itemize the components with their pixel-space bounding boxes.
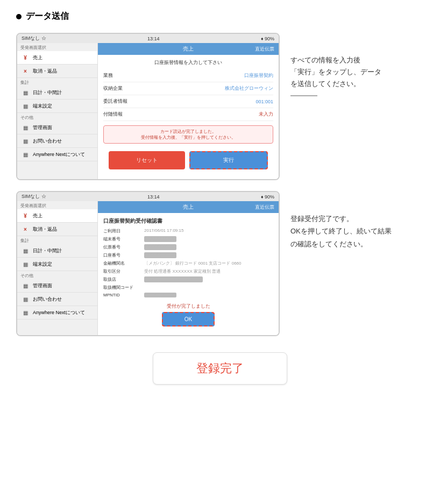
inquiry-icon-2: ▦ bbox=[20, 295, 30, 303]
statusbar2-left: SIMなし ☆ bbox=[22, 193, 46, 200]
cal-icon-2: ▦ bbox=[20, 247, 30, 254]
about-icon: ▦ bbox=[20, 151, 30, 158]
receipt-label-1: 端末番号 bbox=[103, 236, 141, 242]
main-header-1: 売上 直近伝票 bbox=[98, 43, 279, 55]
receipt-label-3: 口座番号 bbox=[103, 252, 141, 258]
receipt-row-7: 取扱機関コード bbox=[103, 283, 273, 292]
statusbar2-center: 13:14 bbox=[147, 194, 160, 200]
form-row-1: 収納企業 株式会社グローウィン bbox=[103, 82, 273, 95]
title-bullet bbox=[16, 14, 22, 19]
sidebar2-item-daily[interactable]: ▦ 日計・中間計 bbox=[17, 244, 97, 258]
sidebar2-label-daily: 日計・中間計 bbox=[33, 247, 62, 254]
sidebar2-label-terminal: 端末設定 bbox=[33, 261, 52, 268]
cal-icon: ▦ bbox=[20, 89, 30, 96]
sidebar-section-other: その他 bbox=[17, 113, 97, 121]
sidebar-item-inquiry[interactable]: ▦ お問い合わせ bbox=[17, 134, 97, 148]
sidebar2-label-inquiry: お問い合わせ bbox=[33, 296, 62, 303]
sidebar-item-returns[interactable]: × 取消・返品 bbox=[17, 65, 97, 78]
receipt-label-7: 取扱機関コード bbox=[103, 285, 141, 290]
sidebar2-item-sales[interactable]: ¥ 売上 bbox=[17, 209, 97, 223]
sidebar2-label-returns: 取消・返品 bbox=[33, 226, 57, 233]
sidebar2-section-calc: 集計 bbox=[17, 236, 97, 244]
notice-box-1: カード読込が完了しました。 受付情報を入力後、「実行」を押してください。 bbox=[103, 125, 273, 144]
sidebar-item-sales[interactable]: ¥ 売上 bbox=[17, 51, 97, 65]
ipad-frame-2: SIMなし ☆ 13:14 ♦ 90% 受発画面選択 ¥ 売上 × 取消・返品 … bbox=[16, 191, 280, 336]
main-header-action-2[interactable]: 直近伝票 bbox=[255, 204, 274, 211]
receipt-value-0: 2017/06/01 17:09:15 bbox=[144, 228, 183, 234]
notice-line2: 受付情報を入力後、「実行」を押してください。 bbox=[108, 134, 268, 140]
receipt-row-6: 取扱店 XXXXXXXX XXX-XXXX-XXXX bbox=[103, 275, 273, 283]
about-icon-2: ▦ bbox=[20, 309, 30, 316]
form-label-2: 委託者情報 bbox=[103, 98, 127, 105]
sidebar2-item-inquiry[interactable]: ▦ お問い合わせ bbox=[17, 293, 97, 306]
receipt-row-5: 取引区分 受付 処理通番 XXXXXXX 家定種別 普通 bbox=[103, 267, 273, 275]
sidebar2-section-other: その他 bbox=[17, 271, 97, 279]
sidebar2-label-about: Anywhere Nextについて bbox=[33, 309, 85, 316]
sidebar-label-returns: 取消・返品 bbox=[33, 68, 57, 75]
page-title: データ送信 bbox=[26, 11, 69, 22]
term-icon: ▦ bbox=[20, 102, 30, 110]
sidebar2-item-about[interactable]: ▦ Anywhere Nextについて bbox=[17, 306, 97, 320]
execute-button[interactable]: 実行 bbox=[189, 151, 268, 169]
callout-text-1: すべての情報を入力後「実行」をタップし、データを送信してください。 bbox=[290, 54, 424, 90]
receipt-label-2: 伝票番号 bbox=[103, 244, 141, 250]
statusbar-2: SIMなし ☆ 13:14 ♦ 90% bbox=[17, 192, 279, 201]
statusbar2-right: ♦ 90% bbox=[261, 194, 274, 200]
receipt-label-5: 取引区分 bbox=[103, 268, 141, 274]
receipt-row-4: 金融機関名 〔メガバンク〕 銀行コード 0001 支店コード 0660 bbox=[103, 259, 273, 267]
x-icon: × bbox=[20, 67, 30, 75]
sidebar-section-sales: 受発画面選択 bbox=[17, 43, 97, 51]
receipt-label-0: ご利用日 bbox=[103, 228, 141, 234]
form-label-1: 収納企業 bbox=[103, 85, 123, 92]
sidebar-label-daily: 日計・中間計 bbox=[33, 89, 62, 96]
reg-complete-button[interactable]: 登録完了 bbox=[153, 352, 287, 385]
form-prompt-1: 口座振替情報を入力して下さい bbox=[103, 59, 273, 66]
first-screen-row: SIMなし ☆ 13:14 ♦ 90% 受発画面選択 ¥ 売上 × 取消・返品 … bbox=[16, 33, 424, 180]
mgmt-icon-2: ▦ bbox=[20, 282, 30, 289]
sidebar-item-about[interactable]: ▦ Anywhere Nextについて bbox=[17, 148, 97, 161]
form-value-1: 株式会社グローウィン bbox=[225, 85, 273, 92]
sidebar2-item-manage[interactable]: ▦ 管理画面 bbox=[17, 279, 97, 293]
sidebar-label-about: Anywhere Nextについて bbox=[33, 151, 85, 158]
receipt-row-8: MPNTID XXXXXXXXXX bbox=[103, 292, 273, 299]
x-icon-2: × bbox=[20, 225, 30, 233]
sidebar-item-terminal[interactable]: ▦ 端末設定 bbox=[17, 100, 97, 113]
ipad-layout-2: 受発画面選択 ¥ 売上 × 取消・返品 集計 ▦ 日計・中間計 ▦ 端末設定 bbox=[17, 201, 279, 335]
form-row-0: 業務 口座振替契約 bbox=[103, 69, 273, 82]
receipt-label-4: 金融機関名 bbox=[103, 260, 141, 266]
form-row-3: 付随情報 未入力 bbox=[103, 108, 273, 121]
sidebar: 受発画面選択 ¥ 売上 × 取消・返品 集計 ▦ 日計・中間計 ▦ 端末設定 bbox=[17, 43, 98, 179]
sidebar-2: 受発画面選択 ¥ 売上 × 取消・返品 集計 ▦ 日計・中間計 ▦ 端末設定 bbox=[17, 201, 98, 335]
receipt-value-5: 受付 処理通番 XXXXXXX 家定種別 普通 bbox=[144, 268, 221, 274]
receipt-row-3: 口座番号 ***XXXXXX bbox=[103, 251, 273, 259]
callout-text-2: 登録受付完了です。OKを押して終了し、続いて結果の確認をしてください。 bbox=[290, 212, 424, 250]
mgmt-icon: ▦ bbox=[20, 124, 30, 131]
main-header-title-2: 売上 bbox=[183, 204, 194, 210]
yen-icon: ¥ bbox=[20, 54, 30, 61]
sidebar-item-manage[interactable]: ▦ 管理画面 bbox=[17, 121, 97, 134]
main-content-1: 売上 直近伝票 口座振替情報を入力して下さい 業務 口座振替契約 収納企業 株式… bbox=[98, 43, 279, 179]
sidebar2-label-manage: 管理画面 bbox=[33, 282, 52, 289]
main-header-action-1[interactable]: 直近伝票 bbox=[255, 46, 274, 53]
inquiry-icon: ▦ bbox=[20, 137, 30, 145]
ok-button[interactable]: OK bbox=[162, 312, 215, 326]
reset-button[interactable]: リセット bbox=[109, 151, 185, 169]
sidebar-section-calc: 集計 bbox=[17, 78, 97, 86]
receipt-area: 口座振替契約受付確認書 ご利用日 2017/06/01 17:09:15 端末番… bbox=[98, 213, 279, 335]
statusbar-1: SIMなし ☆ 13:14 ♦ 90% bbox=[17, 34, 279, 43]
main-content-2: 売上 直近伝票 口座振替契約受付確認書 ご利用日 2017/06/01 17:0… bbox=[98, 201, 279, 335]
form-value-2: 001:001 bbox=[256, 99, 273, 104]
sidebar2-section-sales: 受発画面選択 bbox=[17, 201, 97, 209]
receipt-value-1: XXXXXXXXXX bbox=[144, 236, 176, 242]
form-value-3: 未入力 bbox=[259, 111, 273, 118]
sidebar2-item-returns[interactable]: × 取消・返品 bbox=[17, 223, 97, 236]
ipad-frame-1: SIMなし ☆ 13:14 ♦ 90% 受発画面選択 ¥ 売上 × 取消・返品 … bbox=[16, 33, 280, 180]
receipt-value-4: 〔メガバンク〕 銀行コード 0001 支店コード 0660 bbox=[144, 260, 241, 266]
sidebar-item-daily[interactable]: ▦ 日計・中間計 bbox=[17, 86, 97, 100]
receipt-row-1: 端末番号 XXXXXXXXXX bbox=[103, 235, 273, 243]
callout-1: すべての情報を入力後「実行」をタップし、データを送信してください。 bbox=[290, 33, 424, 96]
sidebar2-item-terminal[interactable]: ▦ 端末設定 bbox=[17, 258, 97, 271]
yen-icon-2: ¥ bbox=[20, 212, 30, 219]
receipt-row-2: 伝票番号 XXXXXXXX bbox=[103, 243, 273, 251]
sidebar2-label-sales: 売上 bbox=[33, 212, 42, 219]
